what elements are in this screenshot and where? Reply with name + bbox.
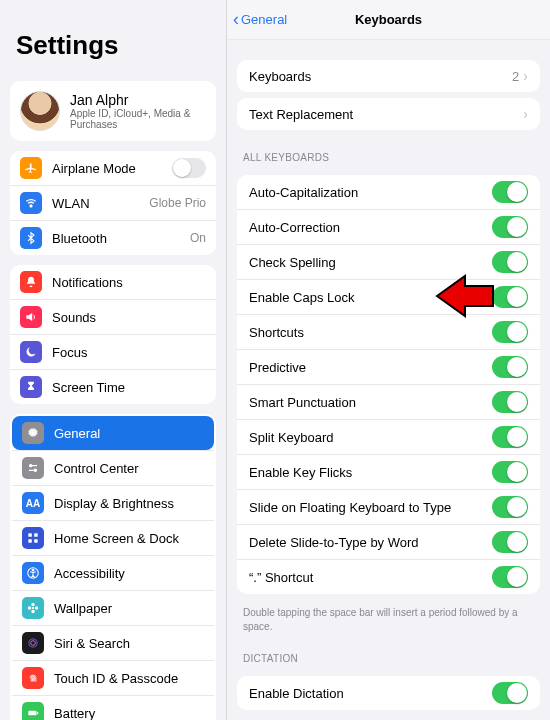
sidebar-group-general: General Control Center AA Display & Brig…: [10, 414, 216, 720]
keyboard-toggle-row[interactable]: Auto-Capitalization: [237, 175, 540, 209]
sidebar-item-controlcenter[interactable]: Control Center: [12, 450, 214, 485]
sidebar-item-display[interactable]: AA Display & Brightness: [12, 485, 214, 520]
sidebar-item-touchid[interactable]: Touch ID & Passcode: [12, 660, 214, 695]
keyboard-toggle-row[interactable]: Smart Punctuation: [237, 384, 540, 419]
battery-icon: [22, 702, 44, 720]
switch-toggle[interactable]: [492, 496, 528, 518]
sidebar-item-siri[interactable]: Siri & Search: [12, 625, 214, 660]
settings-title: Settings: [0, 0, 226, 71]
airplane-toggle[interactable]: [172, 158, 206, 178]
sidebar-item-label: Accessibility: [54, 566, 204, 581]
keyboard-toggle-row[interactable]: “.” Shortcut: [237, 559, 540, 594]
list-item-label: Text Replacement: [249, 107, 523, 122]
sidebar-item-airplane[interactable]: Airplane Mode: [10, 151, 216, 185]
enable-dictation-toggle[interactable]: [492, 682, 528, 704]
list-item-label: Keyboards: [249, 69, 512, 84]
keyboard-toggle-row[interactable]: Enable Key Flicks: [237, 454, 540, 489]
list-item-label: Enable Dictation: [249, 686, 492, 701]
chevron-right-icon: ›: [523, 68, 528, 84]
switch-toggle[interactable]: [492, 566, 528, 588]
sidebar-item-battery[interactable]: Battery: [12, 695, 214, 720]
switch-toggle[interactable]: [492, 286, 528, 308]
detail-pane: ‹ General Keyboards Keyboards 2 › Text R…: [227, 0, 550, 720]
sidebar-group-connectivity: Airplane Mode WLAN Globe Prio Bluetooth …: [10, 151, 216, 255]
speaker-icon: [20, 306, 42, 328]
keyboards-link[interactable]: Keyboards 2 ›: [237, 60, 540, 92]
sidebar-item-homescreen[interactable]: Home Screen & Dock: [12, 520, 214, 555]
switch-toggle[interactable]: [492, 461, 528, 483]
moon-icon: [20, 341, 42, 363]
profile-sub: Apple ID, iCloud+, Media & Purchases: [70, 108, 206, 130]
back-label: General: [241, 12, 287, 27]
sidebar-item-screentime[interactable]: Screen Time: [10, 369, 216, 404]
back-button[interactable]: ‹ General: [227, 12, 287, 27]
svg-rect-6: [28, 539, 32, 543]
gear-icon: [22, 422, 44, 444]
list-item-label: Smart Punctuation: [249, 395, 492, 410]
textreplacement-link[interactable]: Text Replacement ›: [237, 98, 540, 130]
keyboard-toggle-row[interactable]: Slide on Floating Keyboard to Type: [237, 489, 540, 524]
sidebar-item-general[interactable]: General: [12, 416, 214, 450]
sidebar-item-label: Control Center: [54, 461, 204, 476]
sidebar-item-focus[interactable]: Focus: [10, 334, 216, 369]
sidebar-item-bluetooth[interactable]: Bluetooth On: [10, 220, 216, 255]
keyboard-toggle-row[interactable]: Predictive: [237, 349, 540, 384]
dictation-footer: You can use Dictation for English when y…: [227, 716, 550, 720]
sidebar-item-label: Siri & Search: [54, 636, 204, 651]
switch-toggle[interactable]: [492, 531, 528, 553]
svg-point-9: [32, 569, 34, 571]
sidebar-item-label: Home Screen & Dock: [54, 531, 204, 546]
accessibility-icon: [22, 562, 44, 584]
keyboard-toggle-row[interactable]: Delete Slide-to-Type by Word: [237, 524, 540, 559]
sidebar-item-label: Battery: [54, 706, 204, 721]
profile-name: Jan Alphr: [70, 92, 206, 108]
flower-icon: [22, 597, 44, 619]
switches-icon: [22, 457, 44, 479]
switch-toggle[interactable]: [492, 356, 528, 378]
list-item-label: Delete Slide-to-Type by Word: [249, 535, 492, 550]
navbar: ‹ General Keyboards: [227, 0, 550, 40]
sidebar-item-label: Notifications: [52, 275, 206, 290]
keyboard-toggle-row[interactable]: Enable Caps Lock: [237, 279, 540, 314]
siri-icon: [22, 632, 44, 654]
list-item-label: Slide on Floating Keyboard to Type: [249, 500, 492, 515]
keyboard-toggle-row[interactable]: Check Spelling: [237, 244, 540, 279]
sidebar-item-notifications[interactable]: Notifications: [10, 265, 216, 299]
keyboard-toggle-row[interactable]: Auto-Correction: [237, 209, 540, 244]
switch-toggle[interactable]: [492, 181, 528, 203]
switch-toggle[interactable]: [492, 321, 528, 343]
switch-toggle[interactable]: [492, 251, 528, 273]
list-item-label: Check Spelling: [249, 255, 492, 270]
settings-sidebar: Settings Jan Alphr Apple ID, iCloud+, Me…: [0, 0, 227, 720]
list-item-label: Enable Key Flicks: [249, 465, 492, 480]
sidebar-item-label: Sounds: [52, 310, 206, 325]
all-keyboards-group: Auto-CapitalizationAuto-CorrectionCheck …: [237, 175, 540, 594]
svg-point-12: [31, 641, 36, 646]
keyboard-toggle-row[interactable]: Split Keyboard: [237, 419, 540, 454]
sidebar-item-label: Bluetooth: [52, 231, 190, 246]
switch-toggle[interactable]: [492, 391, 528, 413]
sidebar-item-label: General: [54, 426, 204, 441]
switch-toggle[interactable]: [492, 426, 528, 448]
sidebar-item-wlan[interactable]: WLAN Globe Prio: [10, 185, 216, 220]
sidebar-item-label: Touch ID & Passcode: [54, 671, 204, 686]
svg-rect-5: [34, 533, 38, 537]
sidebar-item-value: Globe Prio: [149, 196, 206, 210]
airplane-icon: [20, 157, 42, 179]
profile-card[interactable]: Jan Alphr Apple ID, iCloud+, Media & Pur…: [10, 81, 216, 141]
chevron-right-icon: ›: [523, 106, 528, 122]
sidebar-item-wallpaper[interactable]: Wallpaper: [12, 590, 214, 625]
svg-rect-13: [28, 711, 36, 716]
sidebar-item-value: On: [190, 231, 206, 245]
sidebar-item-accessibility[interactable]: Accessibility: [12, 555, 214, 590]
list-item-label: Shortcuts: [249, 325, 492, 340]
svg-rect-14: [37, 712, 38, 714]
list-item-label: Predictive: [249, 360, 492, 375]
switch-toggle[interactable]: [492, 216, 528, 238]
svg-point-0: [30, 205, 32, 207]
sidebar-item-sounds[interactable]: Sounds: [10, 299, 216, 334]
keyboard-toggle-row[interactable]: Shortcuts: [237, 314, 540, 349]
grid-icon: [22, 527, 44, 549]
enable-dictation-row[interactable]: Enable Dictation: [237, 676, 540, 710]
hourglass-icon: [20, 376, 42, 398]
